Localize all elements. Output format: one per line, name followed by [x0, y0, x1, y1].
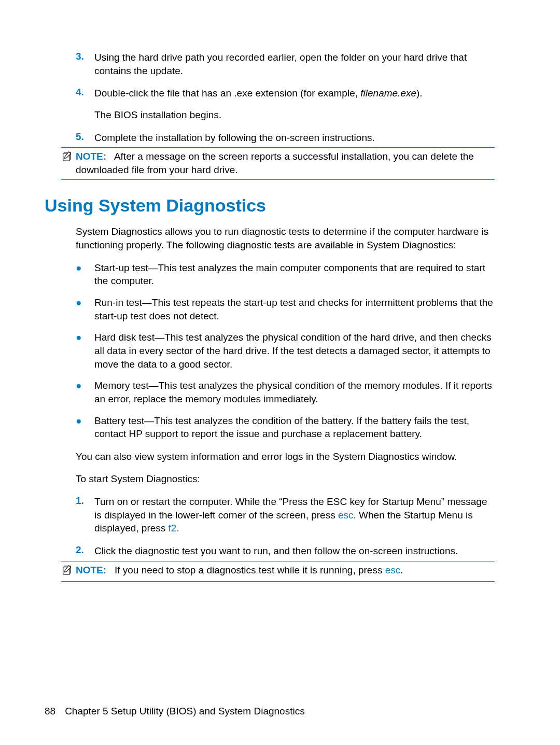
bullet-icon: ● [76, 261, 94, 288]
bullet-text: Memory test—This test analyzes the physi… [94, 379, 495, 405]
intro-paragraph: System Diagnostics allows you to run dia… [76, 225, 495, 251]
filename-example: filename.exe [360, 88, 416, 99]
list-item: ● Memory test—This test analyzes the phy… [76, 379, 495, 405]
ordered-list-a: 3. Using the hard drive path you recorde… [76, 51, 495, 144]
step-number: 3. [76, 51, 94, 77]
step-body: Turn on or restart the computer. While t… [94, 495, 495, 535]
step-text: Double-click the file that has an .exe e… [94, 87, 495, 100]
step-followup: The BIOS installation begins. [94, 108, 495, 122]
note-callout: NOTE: After a message on the screen repo… [61, 147, 495, 180]
list-item: ● Start-up test—This test analyzes the m… [76, 261, 495, 288]
post-paragraph: You can also view system information and… [76, 450, 495, 463]
note-text: NOTE: After a message on the screen repo… [76, 150, 495, 176]
note-icon [61, 564, 76, 579]
bullet-text: Battery test—This test analyzes the cond… [94, 414, 495, 441]
bullet-icon: ● [76, 331, 94, 371]
step-body: Using the hard drive path you recorded e… [94, 51, 495, 77]
bullet-text: Hard disk test—This test analyzes the ph… [94, 331, 495, 371]
chapter-title: Chapter 5 Setup Utility (BIOS) and Syste… [65, 706, 305, 716]
section-heading: Using System Diagnostics [45, 195, 495, 216]
content-area: 3. Using the hard drive path you recorde… [76, 51, 495, 582]
esc-key: esc [385, 565, 401, 575]
step-b2: 2. Click the diagnostic test you want to… [76, 544, 495, 558]
bullet-icon: ● [76, 379, 94, 405]
page-number: 88 [45, 706, 55, 716]
note-label: NOTE: [76, 151, 106, 162]
bullet-text: Start-up test—This test analyzes the mai… [94, 261, 495, 288]
ordered-list-b: 1. Turn on or restart the computer. Whil… [76, 495, 495, 558]
note-text: NOTE: If you need to stop a diagnostics … [76, 564, 495, 577]
bullet-icon: ● [76, 296, 94, 322]
step-number: 2. [76, 544, 94, 558]
post-paragraph: To start System Diagnostics: [76, 472, 495, 486]
f2-key: f2 [169, 523, 177, 533]
step-number: 1. [76, 495, 94, 535]
step-4: 4. Double-click the file that has an .ex… [76, 87, 495, 121]
step-body: Complete the installation by following t… [94, 131, 495, 145]
step-5: 5. Complete the installation by followin… [76, 131, 495, 145]
esc-key: esc [338, 510, 354, 521]
bullet-text: Run-in test—This test repeats the start-… [94, 296, 495, 322]
note-icon [61, 150, 76, 165]
step-body: Double-click the file that has an .exe e… [94, 87, 495, 121]
list-item: ● Run-in test—This test repeats the star… [76, 296, 495, 322]
step-body: Click the diagnostic test you want to ru… [94, 544, 495, 558]
bullet-list: ● Start-up test—This test analyzes the m… [76, 261, 495, 441]
note-body: After a message on the screen reports a … [76, 151, 474, 175]
list-item: ● Hard disk test—This test analyzes the … [76, 331, 495, 371]
step-number: 5. [76, 131, 94, 145]
step-3: 3. Using the hard drive path you recorde… [76, 51, 495, 77]
note-label: NOTE: [76, 565, 106, 575]
note-callout: NOTE: If you need to stop a diagnostics … [61, 561, 495, 582]
page: 3. Using the hard drive path you recorde… [0, 0, 560, 745]
list-item: ● Battery test—This test analyzes the co… [76, 414, 495, 441]
step-b1: 1. Turn on or restart the computer. Whil… [76, 495, 495, 535]
bullet-icon: ● [76, 414, 94, 441]
step-number: 4. [76, 87, 94, 121]
page-footer: 88Chapter 5 Setup Utility (BIOS) and Sys… [45, 706, 305, 717]
